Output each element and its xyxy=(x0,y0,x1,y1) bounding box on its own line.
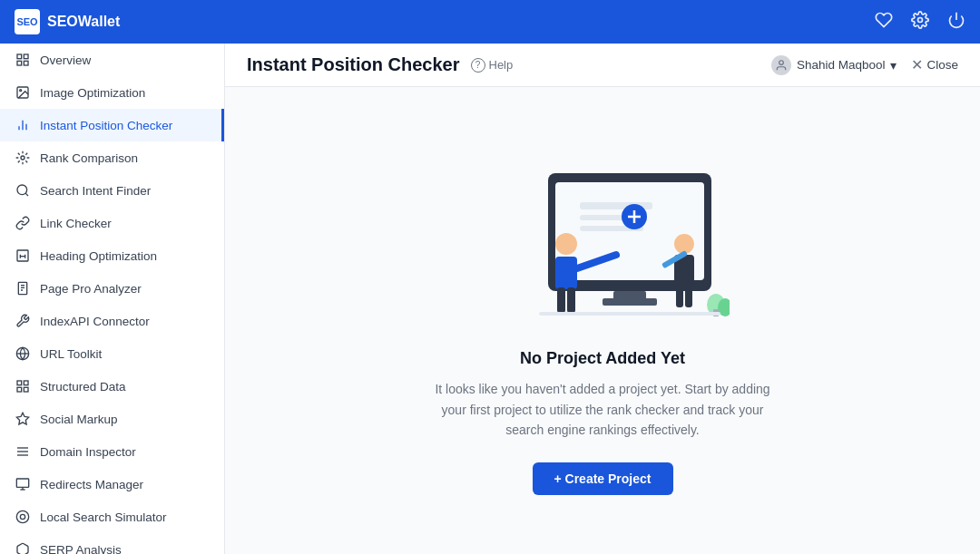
svg-rect-66 xyxy=(539,312,720,316)
svg-rect-55 xyxy=(557,287,565,313)
svg-point-58 xyxy=(674,234,694,254)
help-link[interactable]: ? Help xyxy=(471,58,514,73)
sidebar-label-heading-optimization: Heading Optimization xyxy=(40,249,157,263)
svg-point-36 xyxy=(20,514,24,519)
redirects-manager-icon xyxy=(15,476,31,492)
svg-rect-60 xyxy=(676,284,683,307)
search-intent-finder-icon xyxy=(15,182,31,199)
sidebar-item-indexapi-connector[interactable]: IndexAPI Connector xyxy=(0,305,224,337)
help-circle-icon: ? xyxy=(471,58,485,73)
sidebar-label-structured-data: Structured Data xyxy=(40,380,126,394)
svg-rect-3 xyxy=(24,54,28,59)
local-search-simulator-icon xyxy=(15,509,31,525)
user-info[interactable]: Shahid Maqbool ▾ xyxy=(771,55,897,75)
svg-line-13 xyxy=(25,193,28,196)
svg-point-12 xyxy=(17,185,27,195)
sidebar-item-overview[interactable]: Overview xyxy=(0,44,224,76)
help-text: Help xyxy=(489,58,514,72)
svg-rect-54 xyxy=(555,257,577,289)
page-header-right: Shahid Maqbool ▾ ✕ Close xyxy=(771,55,958,75)
power-icon[interactable] xyxy=(947,11,965,34)
link-checker-icon xyxy=(15,215,31,231)
sidebar-item-heading-optimization[interactable]: Heading Optimization xyxy=(0,239,224,272)
sidebar-item-local-search-simulator[interactable]: Local Search Simulator xyxy=(0,501,224,533)
sidebar-item-serp-analysis[interactable]: SERP Analysis xyxy=(0,533,224,554)
sidebar-label-redirects-manager: Redirects Manager xyxy=(40,478,143,491)
serp-analysis-icon xyxy=(15,541,31,554)
domain-inspector-icon xyxy=(15,443,31,460)
indexapi-connector-icon xyxy=(15,313,31,329)
rank-comparison-icon xyxy=(15,150,31,166)
svg-rect-24 xyxy=(17,381,22,385)
user-name: Shahid Maqbool xyxy=(797,58,886,72)
sidebar-item-link-checker[interactable]: Link Checker xyxy=(0,207,224,239)
svg-point-0 xyxy=(918,17,923,22)
svg-rect-61 xyxy=(685,284,692,307)
svg-rect-32 xyxy=(16,479,28,487)
page-title-area: Instant Position Checker ? Help xyxy=(247,54,513,75)
sidebar-label-overview: Overview xyxy=(40,53,91,67)
svg-rect-25 xyxy=(24,381,28,385)
heart-icon[interactable] xyxy=(875,11,893,34)
page-pro-analyzer-icon xyxy=(15,280,31,296)
logo-icon: SEO xyxy=(15,9,40,34)
sidebar-label-social-markup: Social Markup xyxy=(40,413,118,426)
user-avatar xyxy=(771,55,791,75)
sidebar-item-url-toolkit[interactable]: URL Toolkit xyxy=(0,337,224,370)
svg-rect-2 xyxy=(17,54,22,59)
sidebar-label-link-checker: Link Checker xyxy=(40,217,112,230)
svg-point-11 xyxy=(21,156,24,160)
sidebar-item-rank-comparison[interactable]: Rank Comparison xyxy=(0,141,224,174)
logo-area: SEO SEOWallet xyxy=(15,9,232,34)
app-body: Overview Image Optimization Instant Posi… xyxy=(0,44,980,554)
overview-icon xyxy=(15,52,31,68)
image-optimization-icon xyxy=(15,84,31,101)
create-project-button[interactable]: + Create Project xyxy=(533,462,673,495)
sidebar-label-page-pro-analyzer: Page Pro Analyzer xyxy=(40,282,142,296)
empty-state-illustration xyxy=(475,146,730,327)
svg-point-42 xyxy=(779,60,784,64)
user-chevron-icon: ▾ xyxy=(890,58,897,73)
svg-rect-56 xyxy=(567,287,575,313)
header-icons xyxy=(875,11,965,34)
svg-point-53 xyxy=(555,233,577,255)
empty-state-title: No Project Added Yet xyxy=(520,349,685,368)
svg-rect-27 xyxy=(24,387,28,392)
app-name: SEOWallet xyxy=(47,14,120,30)
sidebar-label-domain-inspector: Domain Inspector xyxy=(40,445,136,459)
social-markup-icon xyxy=(15,411,31,427)
empty-state: No Project Added Yet It looks like you h… xyxy=(225,87,980,554)
url-toolkit-icon xyxy=(15,345,31,362)
sidebar-label-url-toolkit: URL Toolkit xyxy=(40,347,102,361)
close-label: Close xyxy=(926,58,958,72)
sidebar: Overview Image Optimization Instant Posi… xyxy=(0,44,225,554)
sidebar-label-image-optimization: Image Optimization xyxy=(40,86,145,100)
sidebar-label-local-search-simulator: Local Search Simulator xyxy=(40,510,167,524)
sidebar-item-social-markup[interactable]: Social Markup xyxy=(0,403,224,435)
svg-rect-5 xyxy=(24,61,28,65)
svg-point-7 xyxy=(20,90,22,92)
sidebar-label-search-intent-finder: Search Intent Finder xyxy=(40,184,151,198)
svg-rect-4 xyxy=(17,61,22,65)
settings-icon[interactable] xyxy=(911,11,929,34)
structured-data-icon xyxy=(15,378,31,394)
sidebar-label-indexapi-connector: IndexAPI Connector xyxy=(40,315,150,328)
sidebar-item-domain-inspector[interactable]: Domain Inspector xyxy=(0,435,224,468)
empty-state-description: It looks like you haven't added a projec… xyxy=(430,379,775,440)
svg-marker-28 xyxy=(16,413,28,424)
sidebar-item-structured-data[interactable]: Structured Data xyxy=(0,370,224,403)
close-x-icon: ✕ xyxy=(911,56,923,73)
heading-optimization-icon xyxy=(15,248,31,264)
sidebar-item-image-optimization[interactable]: Image Optimization xyxy=(0,76,224,109)
page-title: Instant Position Checker xyxy=(247,54,460,75)
main-content: Instant Position Checker ? Help Shahid M… xyxy=(225,44,980,554)
app-header: SEO SEOWallet xyxy=(0,0,980,44)
sidebar-item-search-intent-finder[interactable]: Search Intent Finder xyxy=(0,174,224,207)
sidebar-item-instant-position-checker[interactable]: Instant Position Checker xyxy=(0,109,224,141)
sidebar-label-rank-comparison: Rank Comparison xyxy=(40,151,138,165)
sidebar-item-redirects-manager[interactable]: Redirects Manager xyxy=(0,468,224,501)
sidebar-item-page-pro-analyzer[interactable]: Page Pro Analyzer xyxy=(0,272,224,305)
close-button[interactable]: ✕ Close xyxy=(911,56,958,73)
instant-position-checker-icon xyxy=(15,117,31,133)
svg-point-35 xyxy=(16,510,28,522)
